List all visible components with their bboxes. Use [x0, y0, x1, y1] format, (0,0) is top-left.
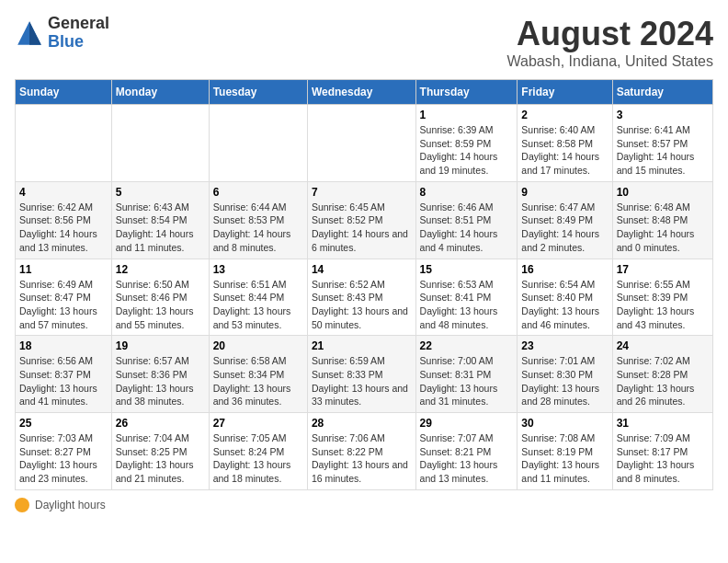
header-day: Saturday	[612, 80, 712, 105]
day-number: 15	[420, 263, 514, 276]
calendar-cell: 16Sunrise: 6:54 AMSunset: 8:40 PMDayligh…	[518, 259, 612, 336]
day-info: Sunrise: 6:58 AMSunset: 8:34 PMDaylight:…	[213, 354, 303, 408]
header-day: Sunday	[16, 80, 112, 105]
day-info: Sunrise: 6:50 AMSunset: 8:46 PMDaylight:…	[116, 278, 205, 332]
main-title: August 2024	[507, 15, 713, 53]
calendar-cell: 19Sunrise: 6:57 AMSunset: 8:36 PMDayligh…	[111, 336, 209, 413]
day-number: 30	[521, 417, 608, 430]
day-number: 27	[213, 417, 303, 430]
day-info: Sunrise: 6:57 AMSunset: 8:36 PMDaylight:…	[116, 354, 205, 408]
calendar-cell: 4Sunrise: 6:42 AMSunset: 8:56 PMDaylight…	[16, 181, 112, 259]
calendar-cell: 23Sunrise: 7:01 AMSunset: 8:30 PMDayligh…	[518, 336, 612, 413]
calendar-cell: 24Sunrise: 7:02 AMSunset: 8:28 PMDayligh…	[612, 336, 712, 413]
calendar-row: 18Sunrise: 6:56 AMSunset: 8:37 PMDayligh…	[16, 336, 713, 413]
day-info: Sunrise: 7:01 AMSunset: 8:30 PMDaylight:…	[521, 354, 608, 408]
day-info: Sunrise: 6:49 AMSunset: 8:47 PMDaylight:…	[19, 278, 108, 332]
day-number: 22	[420, 339, 514, 352]
day-info: Sunrise: 7:07 AMSunset: 8:21 PMDaylight:…	[420, 431, 514, 486]
svg-marker-1	[29, 21, 41, 45]
day-info: Sunrise: 6:42 AMSunset: 8:56 PMDaylight:…	[19, 201, 108, 255]
day-number: 1	[420, 109, 514, 121]
header: General Blue August 2024 Wabash, Indiana…	[15, 15, 713, 70]
logo: General Blue	[15, 15, 109, 52]
calendar-cell: 29Sunrise: 7:07 AMSunset: 8:21 PMDayligh…	[415, 413, 518, 490]
calendar-cell: 15Sunrise: 6:53 AMSunset: 8:41 PMDayligh…	[415, 259, 518, 336]
calendar-cell: 17Sunrise: 6:55 AMSunset: 8:39 PMDayligh…	[612, 259, 712, 336]
calendar-body: 1Sunrise: 6:39 AMSunset: 8:59 PMDaylight…	[16, 105, 713, 490]
day-info: Sunrise: 6:59 AMSunset: 8:33 PMDaylight:…	[312, 354, 412, 408]
day-info: Sunrise: 7:08 AMSunset: 8:19 PMDaylight:…	[521, 431, 608, 486]
day-number: 20	[213, 339, 303, 352]
day-number: 24	[617, 339, 709, 352]
logo-blue-text: Blue	[48, 33, 109, 52]
calendar-row: 4Sunrise: 6:42 AMSunset: 8:56 PMDaylight…	[16, 181, 713, 259]
calendar-cell: 14Sunrise: 6:52 AMSunset: 8:43 PMDayligh…	[307, 259, 415, 336]
calendar-cell: 8Sunrise: 6:46 AMSunset: 8:51 PMDaylight…	[415, 181, 518, 259]
day-number: 25	[19, 417, 108, 430]
day-number: 28	[312, 417, 412, 430]
day-info: Sunrise: 7:02 AMSunset: 8:28 PMDaylight:…	[617, 354, 709, 408]
day-number: 4	[19, 186, 108, 199]
day-info: Sunrise: 6:41 AMSunset: 8:57 PMDaylight:…	[617, 123, 709, 178]
calendar-cell: 25Sunrise: 7:03 AMSunset: 8:27 PMDayligh…	[16, 413, 112, 490]
calendar-cell	[16, 105, 112, 182]
day-number: 7	[312, 186, 412, 199]
title-area: August 2024 Wabash, Indiana, United Stat…	[507, 15, 713, 70]
calendar-cell: 2Sunrise: 6:40 AMSunset: 8:58 PMDaylight…	[518, 105, 612, 182]
calendar-row: 1Sunrise: 6:39 AMSunset: 8:59 PMDaylight…	[16, 105, 713, 182]
calendar-cell: 9Sunrise: 6:47 AMSunset: 8:49 PMDaylight…	[518, 181, 612, 259]
day-info: Sunrise: 7:06 AMSunset: 8:22 PMDaylight:…	[312, 431, 412, 486]
calendar-cell: 21Sunrise: 6:59 AMSunset: 8:33 PMDayligh…	[307, 336, 415, 413]
day-info: Sunrise: 6:56 AMSunset: 8:37 PMDaylight:…	[19, 354, 108, 408]
day-number: 5	[116, 186, 205, 199]
day-number: 13	[213, 263, 303, 276]
day-info: Sunrise: 6:40 AMSunset: 8:58 PMDaylight:…	[521, 123, 608, 178]
day-info: Sunrise: 6:44 AMSunset: 8:53 PMDaylight:…	[213, 201, 303, 255]
day-info: Sunrise: 6:46 AMSunset: 8:51 PMDaylight:…	[420, 201, 514, 255]
day-info: Sunrise: 6:55 AMSunset: 8:39 PMDaylight:…	[617, 278, 709, 332]
calendar-cell: 1Sunrise: 6:39 AMSunset: 8:59 PMDaylight…	[415, 105, 518, 182]
logo-icon	[15, 18, 44, 48]
header-row: SundayMondayTuesdayWednesdayThursdayFrid…	[16, 80, 713, 105]
day-info: Sunrise: 7:03 AMSunset: 8:27 PMDaylight:…	[19, 431, 108, 486]
calendar-cell: 6Sunrise: 6:44 AMSunset: 8:53 PMDaylight…	[209, 181, 307, 259]
day-number: 2	[521, 109, 608, 121]
day-number: 17	[617, 263, 709, 276]
logo-text: General Blue	[48, 15, 109, 52]
calendar-cell	[307, 105, 415, 182]
day-info: Sunrise: 6:45 AMSunset: 8:52 PMDaylight:…	[312, 201, 412, 255]
day-number: 18	[19, 339, 108, 352]
header-day: Friday	[518, 80, 612, 105]
day-info: Sunrise: 7:00 AMSunset: 8:31 PMDaylight:…	[420, 354, 514, 408]
calendar-cell: 28Sunrise: 7:06 AMSunset: 8:22 PMDayligh…	[307, 413, 415, 490]
logo-general-text: General	[48, 15, 109, 33]
day-number: 10	[617, 186, 709, 199]
calendar-row: 11Sunrise: 6:49 AMSunset: 8:47 PMDayligh…	[16, 259, 713, 336]
calendar-cell: 7Sunrise: 6:45 AMSunset: 8:52 PMDaylight…	[307, 181, 415, 259]
day-number: 12	[116, 263, 205, 276]
header-day: Monday	[111, 80, 209, 105]
day-number: 6	[213, 186, 303, 199]
header-day: Thursday	[415, 80, 518, 105]
calendar-cell	[209, 105, 307, 182]
calendar-cell: 30Sunrise: 7:08 AMSunset: 8:19 PMDayligh…	[518, 413, 612, 490]
calendar-cell: 26Sunrise: 7:04 AMSunset: 8:25 PMDayligh…	[111, 413, 209, 490]
footer: Daylight hours	[15, 498, 713, 512]
calendar-cell: 27Sunrise: 7:05 AMSunset: 8:24 PMDayligh…	[209, 413, 307, 490]
day-number: 29	[420, 417, 514, 430]
calendar-cell	[111, 105, 209, 182]
calendar-cell: 10Sunrise: 6:48 AMSunset: 8:48 PMDayligh…	[612, 181, 712, 259]
day-info: Sunrise: 6:43 AMSunset: 8:54 PMDaylight:…	[116, 201, 205, 255]
day-info: Sunrise: 7:05 AMSunset: 8:24 PMDaylight:…	[213, 431, 303, 486]
calendar-cell: 31Sunrise: 7:09 AMSunset: 8:17 PMDayligh…	[612, 413, 712, 490]
day-info: Sunrise: 6:52 AMSunset: 8:43 PMDaylight:…	[312, 278, 412, 332]
day-number: 14	[312, 263, 412, 276]
calendar-table: SundayMondayTuesdayWednesdayThursdayFrid…	[15, 79, 713, 490]
day-number: 31	[617, 417, 709, 430]
day-number: 11	[19, 263, 108, 276]
calendar-cell: 13Sunrise: 6:51 AMSunset: 8:44 PMDayligh…	[209, 259, 307, 336]
day-info: Sunrise: 6:39 AMSunset: 8:59 PMDaylight:…	[420, 123, 514, 178]
day-info: Sunrise: 6:53 AMSunset: 8:41 PMDaylight:…	[420, 278, 514, 332]
day-number: 19	[116, 339, 205, 352]
calendar-cell: 12Sunrise: 6:50 AMSunset: 8:46 PMDayligh…	[111, 259, 209, 336]
